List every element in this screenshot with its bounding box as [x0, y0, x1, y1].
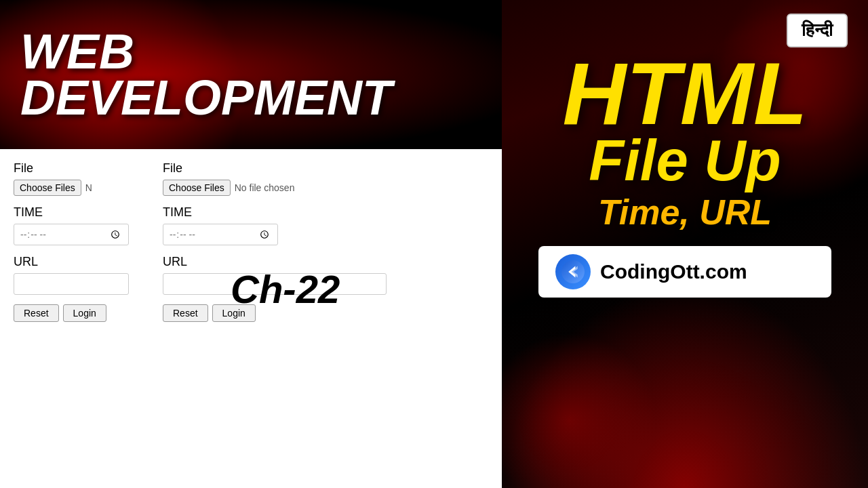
file-group-2: File Choose Files No file chosen: [163, 161, 488, 196]
codingott-logo-svg: [561, 260, 585, 283]
file-input-row-1: Choose Files N: [14, 180, 149, 196]
time-url-subtitle: Time, URL: [598, 192, 772, 232]
buttons-inner-1: Reset Login: [14, 304, 149, 322]
left-panel: WEB DEVELOPMENT File Choose Files N File: [0, 0, 502, 488]
form-area: File Choose Files N File Choose Files No…: [0, 149, 502, 488]
banner-line1: WEB: [20, 28, 392, 75]
time-group-1: TIME: [14, 205, 149, 245]
time-group-2: TIME: [163, 205, 488, 245]
reset-btn-2[interactable]: Reset: [163, 304, 208, 322]
file-label-1: File: [14, 161, 149, 176]
choose-files-btn-1[interactable]: Choose Files: [14, 180, 81, 196]
codingott-icon: [555, 254, 591, 289]
html-title: HTML: [522, 54, 848, 134]
codingott-text: CodingOtt.com: [600, 260, 747, 283]
time-label-2: TIME: [163, 205, 488, 220]
choose-files-btn-2[interactable]: Choose Files: [163, 180, 231, 196]
reset-btn-1[interactable]: Reset: [14, 304, 59, 322]
curve-bottom-left: [502, 319, 671, 488]
no-file-text: No file chosen: [235, 182, 295, 193]
file-group-1: File Choose Files N: [14, 161, 149, 196]
time-input-1[interactable]: [14, 224, 129, 245]
file-label-2: File: [163, 161, 488, 176]
top-banner: WEB DEVELOPMENT: [0, 0, 502, 149]
ch22-label: Ch-22: [231, 266, 340, 312]
buttons-group-1: Reset Login: [14, 304, 149, 322]
banner-text: WEB DEVELOPMENT: [20, 28, 392, 121]
file-row: File Choose Files N File Choose Files No…: [14, 161, 488, 196]
file-up-title: File Up: [522, 134, 848, 188]
banner-line2: DEVELOPMENT: [20, 75, 392, 121]
time-label-1: TIME: [14, 205, 149, 220]
hindi-badge: हिन्दी: [787, 14, 848, 47]
time-row: TIME TIME: [14, 205, 488, 245]
url-label-1: URL: [14, 255, 149, 269]
codingott-banner: CodingOtt.com: [538, 246, 831, 298]
file-input-row-2: Choose Files No file chosen: [163, 180, 488, 196]
url-group-1: URL: [14, 255, 149, 295]
right-panel: हिन्दी HTML File Up Time, URL CodingOtt.…: [502, 0, 868, 488]
url-input-1[interactable]: [14, 273, 129, 295]
login-btn-1[interactable]: Login: [63, 304, 106, 322]
file-chosen-text-1: N: [85, 182, 92, 193]
time-input-2[interactable]: [163, 224, 278, 245]
